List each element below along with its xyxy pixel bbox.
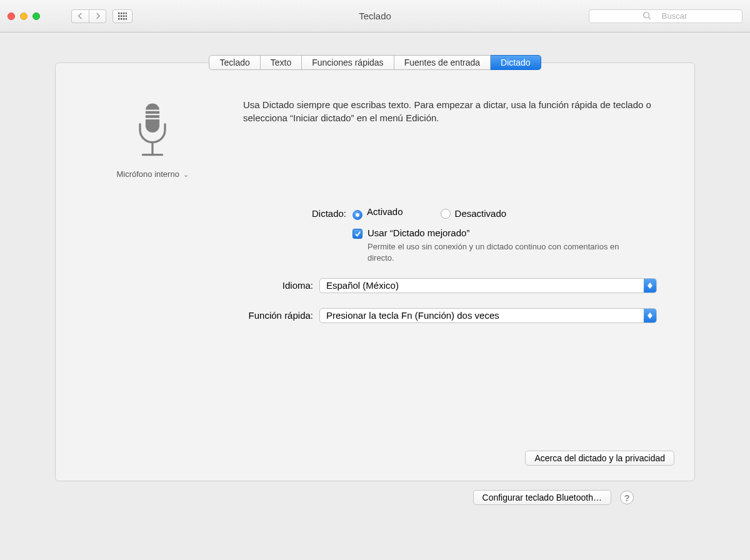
- tab-teclado[interactable]: Teclado: [209, 55, 260, 70]
- nav-segment: [71, 9, 106, 23]
- search-wrap: [589, 9, 742, 23]
- chevron-down-icon: ⌄: [183, 171, 189, 178]
- microphone-icon: [130, 101, 175, 163]
- zoom-button[interactable]: [32, 12, 40, 20]
- svg-rect-11: [126, 18, 127, 20]
- language-value: Español (México): [320, 279, 644, 292]
- about-privacy-button[interactable]: Acerca del dictado y la privacidad: [525, 451, 674, 466]
- tab-texto[interactable]: Texto: [261, 55, 302, 70]
- tab-funciones[interactable]: Funciones rápidas: [302, 55, 394, 70]
- minimize-button[interactable]: [20, 12, 28, 20]
- updown-icon: [644, 279, 656, 292]
- svg-rect-6: [123, 15, 125, 17]
- tab-dictado[interactable]: Dictado: [491, 55, 541, 70]
- shortcut-value: Presionar la tecla Fn (Función) dos vece…: [320, 309, 644, 322]
- radio-activated[interactable]: Activado: [352, 206, 403, 220]
- enhanced-label: Usar “Dictado mejorado”: [368, 228, 642, 238]
- shortcut-label: Función rápida:: [93, 308, 319, 321]
- show-all-button[interactable]: [112, 9, 132, 23]
- tab-bar: Teclado Texto Funciones rápidas Fuentes …: [209, 55, 541, 70]
- enhanced-description: Permite el uso sin conexión y un dictado…: [368, 241, 642, 263]
- close-button[interactable]: [8, 12, 15, 20]
- svg-rect-10: [123, 18, 125, 20]
- radio-deactivated[interactable]: Desactivado: [441, 208, 507, 219]
- shortcut-select[interactable]: Presionar la tecla Fn (Función) dos vece…: [319, 308, 657, 323]
- radio-on-icon: [352, 210, 362, 220]
- svg-rect-14: [146, 103, 159, 132]
- svg-rect-0: [118, 12, 120, 14]
- svg-rect-3: [126, 12, 127, 14]
- checkbox-enhanced[interactable]: [352, 229, 362, 239]
- search-input[interactable]: [589, 9, 742, 23]
- svg-rect-2: [123, 12, 125, 14]
- radio-off-icon: [441, 209, 451, 219]
- language-select[interactable]: Español (México): [319, 278, 657, 293]
- microphone-selector[interactable]: Micrófono interno ⌄: [93, 98, 212, 179]
- tab-fuentes[interactable]: Fuentes de entrada: [394, 55, 491, 70]
- microphone-label: Micrófono interno: [116, 169, 179, 179]
- svg-rect-5: [121, 15, 122, 17]
- language-label: Idioma:: [93, 278, 319, 291]
- svg-rect-8: [118, 18, 120, 20]
- svg-rect-7: [126, 15, 127, 17]
- help-button[interactable]: ?: [620, 491, 634, 504]
- svg-rect-9: [121, 18, 122, 20]
- settings-pane: Micrófono interno ⌄ Usa Dictado siempre …: [55, 62, 695, 481]
- updown-icon: [644, 309, 656, 322]
- window-toolbar: Teclado: [0, 0, 750, 32]
- dictation-description: Usa Dictado siempre que escribas texto. …: [243, 98, 657, 179]
- back-button[interactable]: [71, 9, 89, 23]
- dictation-label: Dictado:: [93, 206, 352, 219]
- forward-button[interactable]: [89, 9, 106, 23]
- traffic-lights: [8, 12, 40, 20]
- svg-rect-1: [121, 12, 122, 14]
- svg-rect-4: [118, 15, 120, 17]
- bluetooth-keyboard-button[interactable]: Configurar teclado Bluetooth…: [473, 490, 611, 505]
